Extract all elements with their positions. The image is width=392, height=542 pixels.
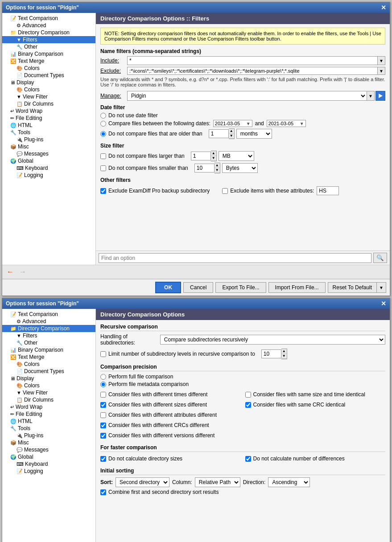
tree2-item-view-filter[interactable]: ▼ View Filter [2, 389, 95, 396]
handling-select[interactable]: Compare subdirectories recursively [160, 335, 385, 345]
tree2-item-text-merge[interactable]: 🔀 Text Merge [2, 353, 95, 361]
tree2-item-keyboard[interactable]: ⌨ Keyboard [2, 460, 95, 468]
reset-arrow-1[interactable]: ▼ [376, 282, 386, 293]
tree-item-view-filter[interactable]: ▼ View Filter [2, 93, 95, 100]
tree-item-text-merge[interactable]: 🔀 Text Merge [2, 57, 95, 65]
no-smaller-checkbox[interactable] [100, 165, 106, 171]
tree2-item-filters[interactable]: ▼ Filters [2, 332, 95, 339]
tree2-item-misc[interactable]: 📦 Misc [2, 439, 95, 446]
same-size-time-checkbox[interactable] [245, 392, 251, 398]
tree-item-global[interactable]: 🌍 Global [2, 157, 95, 164]
date1-btn[interactable]: ▼ [246, 121, 251, 126]
tree-item-plug-ins[interactable]: 🔌 Plug-ins [2, 136, 95, 143]
larger-spin-down[interactable]: ▼ [211, 156, 216, 161]
tree-item-text-comparison[interactable]: 📝 Text Comparison [2, 15, 95, 22]
diff-attrs-checkbox[interactable] [100, 412, 106, 418]
limit-checkbox[interactable] [100, 351, 106, 357]
between-dates-radio[interactable] [100, 121, 106, 127]
tree-item-directory-comparison[interactable]: 📁 Directory Comparison [2, 29, 95, 36]
smaller-spin-up[interactable]: ▲ [215, 163, 220, 168]
tree2-item-global[interactable]: 🌍 Global [2, 453, 95, 460]
older-spin-down[interactable]: ▼ [229, 134, 234, 139]
tree-item-dir-columns[interactable]: 📋 Dir Columns [2, 100, 95, 107]
tree2-item-display[interactable]: 🖥 Display [2, 375, 95, 382]
close-button-2[interactable]: ✕ [381, 300, 386, 307]
limit-value-input[interactable] [261, 349, 281, 358]
tree2-item-advanced[interactable]: ⚙ Advanced [2, 318, 95, 325]
direction-select[interactable]: Ascending Descending [268, 477, 310, 487]
tree2-item-tools[interactable]: 🔧 Tools [2, 425, 95, 432]
no-dir-sizes-checkbox[interactable] [100, 456, 106, 462]
tree2-item-dir-columns[interactable]: 📋 Dir Columns [2, 396, 95, 403]
column-select[interactable]: Relative Path Name Size [195, 477, 240, 487]
tree2-item-colors2[interactable]: 🎨 Colors [2, 382, 95, 389]
tree2-item-messages[interactable]: 💬 Messages [2, 446, 95, 453]
tree-item-colors1[interactable]: 🎨 Colors [2, 65, 95, 72]
manage-dropdown-btn[interactable]: ▼ [367, 91, 375, 101]
older-unit-select[interactable]: months days years [236, 129, 272, 139]
date2-btn[interactable]: ▼ [300, 121, 304, 126]
cancel-button-1[interactable]: Cancel [183, 282, 213, 293]
tree2-item-colors1[interactable]: 🎨 Colors [2, 361, 95, 368]
back-btn-1[interactable]: ← [5, 267, 16, 277]
tree-item-logging[interactable]: 📝 Logging [2, 172, 95, 179]
close-button-1[interactable]: ✕ [381, 4, 386, 11]
tree2-item-file-editing[interactable]: ✏ File Editing [2, 411, 95, 418]
tree-item-word-wrap[interactable]: ↵ Word Wrap [2, 107, 95, 115]
reset-main-1[interactable]: Reset To Default [328, 282, 377, 293]
exclude-attrs-checkbox[interactable] [222, 188, 228, 194]
include-input[interactable] [127, 56, 378, 65]
tree-item-binary-comparison[interactable]: 📊 Binary Comparison [2, 50, 95, 57]
limit-spin-up[interactable]: ▲ [281, 349, 287, 354]
diff-sizes-checkbox[interactable] [100, 402, 106, 408]
larger-value-input[interactable] [191, 152, 211, 160]
tree-item-advanced[interactable]: ⚙ Advanced [2, 22, 95, 29]
tree-item-keyboard[interactable]: ⌨ Keyboard [2, 164, 95, 172]
export-button-1[interactable]: Export To File... [215, 282, 266, 293]
find-option-btn-1[interactable]: 🔍 [373, 253, 387, 263]
smaller-value-input[interactable] [194, 164, 215, 172]
larger-spin-up[interactable]: ▲ [211, 151, 216, 156]
tree2-item-directory-comparison[interactable]: 📁 Directory Comparison [2, 325, 95, 332]
manage-select[interactable]: Pidgin [127, 91, 367, 101]
no-larger-checkbox[interactable] [100, 153, 106, 159]
date2-input[interactable] [268, 121, 300, 126]
exclude-input[interactable] [127, 67, 378, 75]
no-date-radio[interactable] [100, 113, 106, 119]
tree-item-display[interactable]: 🖥 Display [2, 79, 95, 86]
attrs-input[interactable] [317, 186, 339, 195]
same-crc-checkbox[interactable] [245, 402, 251, 408]
tree-item-other[interactable]: 🔧 Other [2, 43, 95, 50]
older-spin-up[interactable]: ▲ [229, 129, 234, 134]
exclude-dropdown-btn[interactable]: ▼ [378, 67, 385, 75]
older-value-input[interactable] [209, 129, 229, 138]
ok-button-1[interactable]: OK [155, 282, 181, 293]
exclude-backup-checkbox[interactable] [100, 188, 106, 194]
no-diff-count-checkbox[interactable] [245, 456, 251, 462]
tree-item-colors2[interactable]: 🎨 Colors [2, 86, 95, 93]
tree2-item-word-wrap[interactable]: ↵ Word Wrap [2, 403, 95, 411]
tree-item-html[interactable]: 🌐 HTML [2, 122, 95, 129]
larger-unit-select[interactable]: MB KB GB Bytes [219, 151, 254, 161]
manage-go-btn[interactable] [375, 91, 385, 101]
tree-item-messages[interactable]: 💬 Messages [2, 150, 95, 157]
find-option-input-1[interactable] [99, 253, 371, 263]
tree-item-misc[interactable]: 📦 Misc [2, 143, 95, 150]
diff-crcs-checkbox[interactable] [100, 423, 106, 428]
tree-item-filters[interactable]: ▼ Filters [2, 36, 95, 43]
diff-times-checkbox[interactable] [100, 392, 106, 398]
fwd-btn-1[interactable]: → [17, 267, 28, 277]
tree2-item-other[interactable]: 🔧 Other [2, 339, 95, 346]
limit-spin-down[interactable]: ▼ [281, 354, 287, 359]
combine-checkbox[interactable] [100, 489, 106, 495]
smaller-spin-down[interactable]: ▼ [215, 168, 220, 173]
include-dropdown-btn[interactable]: ▼ [378, 56, 385, 65]
tree2-item-binary-comparison[interactable]: 📊 Binary Comparison [2, 346, 95, 353]
full-comparison-radio[interactable] [100, 374, 106, 380]
diff-versions-checkbox[interactable] [100, 433, 106, 439]
tree-item-document-types[interactable]: 📄 Document Types [2, 72, 95, 79]
tree2-item-html[interactable]: 🌐 HTML [2, 418, 95, 425]
tree-item-tools[interactable]: 🔧 Tools [2, 129, 95, 136]
older-than-radio[interactable] [100, 131, 106, 137]
metadata-comparison-radio[interactable] [100, 382, 106, 387]
